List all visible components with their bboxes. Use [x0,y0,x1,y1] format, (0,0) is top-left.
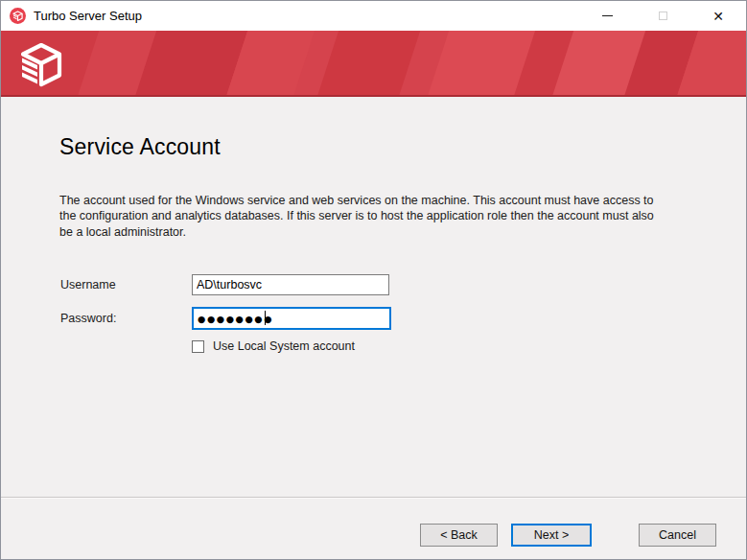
username-input[interactable] [192,274,389,295]
local-system-label[interactable]: Use Local System account [213,339,355,353]
text-caret [265,311,266,325]
password-field [192,307,391,330]
installer-window: Turbo Server Setup ✕ [0,0,747,560]
maximize-button[interactable] [635,1,690,31]
header-banner [1,31,746,97]
footer-divider [1,497,746,499]
password-input[interactable] [192,307,391,330]
maximize-icon [659,12,667,20]
password-label: Password: [60,312,116,325]
turbo-logo-icon [20,42,62,91]
local-system-checkbox[interactable] [192,340,204,353]
back-button[interactable]: < Back [420,524,498,547]
titlebar: Turbo Server Setup ✕ [1,1,746,31]
window-title: Turbo Server Setup [34,9,142,23]
app-cube-icon [12,11,23,21]
minimize-button[interactable] [579,1,635,31]
page-title: Service Account [59,134,221,160]
banner-stripe [313,31,424,97]
cancel-button[interactable]: Cancel [639,524,716,547]
close-icon: ✕ [712,10,724,23]
window-controls: ✕ [579,1,746,31]
close-button[interactable]: ✕ [690,1,746,31]
username-label: Username [60,278,116,292]
page-description: The account used for the Windows service… [59,193,665,240]
next-button[interactable]: Next > [511,524,592,547]
minimize-icon [602,15,613,16]
app-icon [10,8,26,24]
